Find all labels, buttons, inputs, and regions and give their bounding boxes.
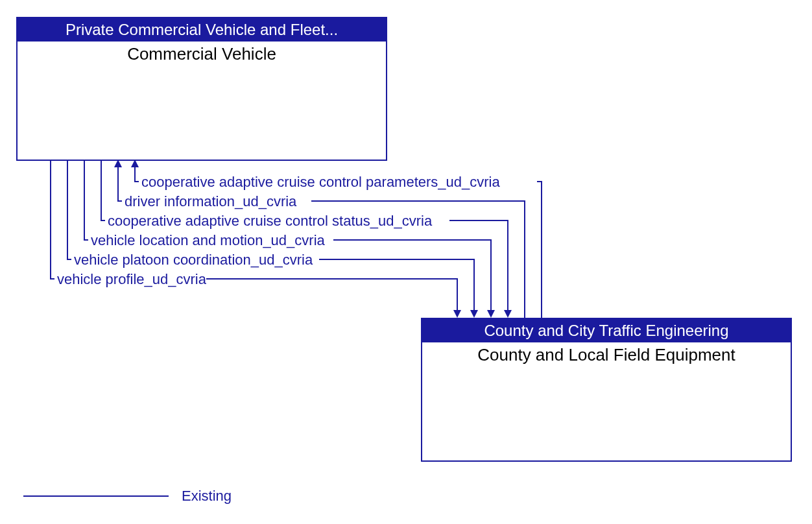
flow-label: cooperative adaptive cruise control stat… <box>108 213 432 230</box>
svg-marker-1 <box>487 310 495 318</box>
source-entity-box: Private Commercial Vehicle and Fleet... … <box>16 17 387 161</box>
source-entity-body: Commercial Vehicle <box>18 42 386 67</box>
source-entity-header: Private Commercial Vehicle and Fleet... <box>18 18 386 42</box>
target-entity-box: County and City Traffic Engineering Coun… <box>421 318 792 462</box>
legend-existing-label: Existing <box>182 488 232 505</box>
svg-marker-2 <box>470 310 478 318</box>
flow-label: vehicle platoon coordination_ud_cvria <box>74 252 313 268</box>
svg-marker-0 <box>504 310 512 318</box>
flow-label: driver information_ud_cvria <box>125 193 296 210</box>
legend-existing-line <box>23 495 169 497</box>
svg-marker-3 <box>453 310 461 318</box>
flow-label: cooperative adaptive cruise control para… <box>141 174 500 191</box>
flow-label: vehicle profile_ud_cvria <box>57 271 206 288</box>
target-entity-header: County and City Traffic Engineering <box>422 319 791 342</box>
target-entity-body: County and Local Field Equipment <box>422 342 791 368</box>
flow-label: vehicle location and motion_ud_cvria <box>91 232 325 249</box>
